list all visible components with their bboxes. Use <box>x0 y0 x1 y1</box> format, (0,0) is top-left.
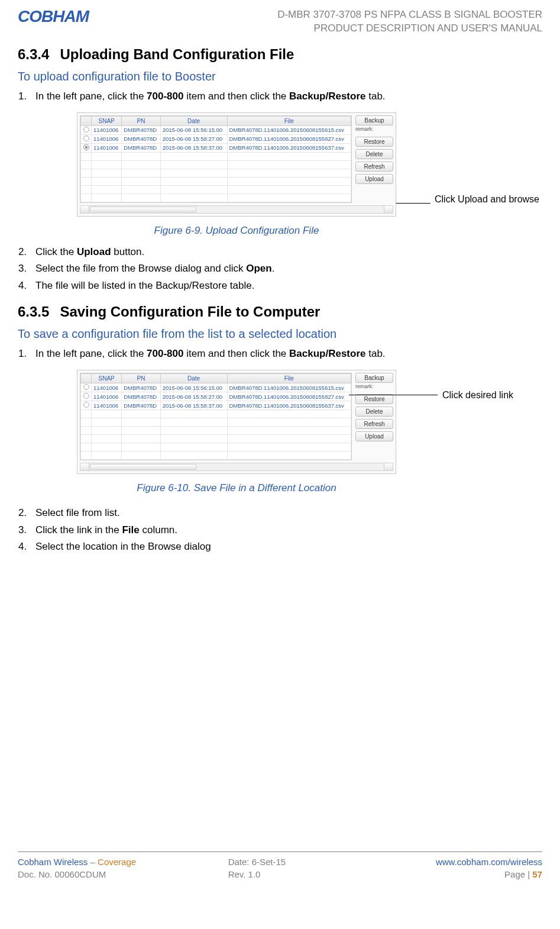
col-date: Date <box>160 374 227 383</box>
backup-table-wrap: SNAP PN Date File 11401006 DMBR4078D <box>80 373 352 460</box>
col-date: Date <box>160 116 227 125</box>
table-row <box>81 169 351 177</box>
footer-brand: Cobham Wireless <box>18 857 88 867</box>
cell-file[interactable]: DMBR4078D.11401006.20150608155827.csv <box>227 134 351 143</box>
row-radio[interactable] <box>81 134 92 143</box>
col-snap: SNAP <box>92 116 122 125</box>
callout-line <box>396 203 430 204</box>
step-text: item and then click the <box>183 348 289 359</box>
cell-pn: DMBR4078D <box>122 383 160 392</box>
footer-page: Page | 57 <box>367 869 542 879</box>
bold-text: Upload <box>77 246 111 257</box>
col-snap: SNAP <box>92 374 122 383</box>
page-number: 57 <box>532 869 542 879</box>
cell-file[interactable]: DMBR4078D.11401006.20150608155615.csv <box>227 383 351 392</box>
col-pn: PN <box>122 116 160 125</box>
row-radio[interactable] <box>81 143 92 152</box>
col-radio <box>81 116 92 125</box>
cell-date: 2015-06-08 15:58:27.00 <box>160 392 227 401</box>
table-row <box>81 410 351 418</box>
h-scrollbar[interactable] <box>80 205 393 214</box>
subheading-save: To save a configuration file from the li… <box>18 327 542 341</box>
heading-number: 6.3.5 <box>18 304 49 320</box>
doc-title-block: D-MBR 3707-3708 PS NFPA CLASS B SIGNAL B… <box>277 7 542 36</box>
table-row[interactable]: 11401006 DMBR4078D 2015-06-08 15:58:27.0… <box>81 134 351 143</box>
backup-button[interactable]: Backup <box>355 115 393 125</box>
callout-line <box>349 395 438 395</box>
figure-caption-6-9: Figure 6-9. Upload Configuration File <box>77 225 396 237</box>
table-row <box>81 451 351 460</box>
figure-caption-6-10: Figure 6-10. Save File in a Different Lo… <box>77 482 396 494</box>
row-radio[interactable] <box>81 383 92 392</box>
bold-text: 700-800 <box>147 348 183 359</box>
cell-file[interactable]: DMBR4078D.11401006.20150608155637.csv <box>227 401 351 410</box>
remark-label: remark: <box>355 127 393 132</box>
bold-text: Backup/Restore <box>289 348 365 359</box>
step-2: Click the Upload button. <box>30 245 542 260</box>
table-row[interactable]: 11401006 DMBR4078D 2015-06-08 15:58:37.0… <box>81 143 351 152</box>
cell-date: 2015-06-08 15:58:37.00 <box>160 143 227 152</box>
row-radio[interactable] <box>81 401 92 410</box>
row-radio[interactable] <box>81 392 92 401</box>
step-4: The file will be listed in the Backup/Re… <box>30 279 542 293</box>
backup-table-wrap: SNAP PN Date File 11401006 DMBR4078D <box>80 115 352 203</box>
table-row[interactable]: 11401006 DMBR4078D 2015-06-08 15:56:15.0… <box>81 125 351 134</box>
table-row <box>81 418 351 427</box>
cell-snap: 11401006 <box>92 125 122 134</box>
step-4: Select the location in the Browse dialog <box>30 540 542 554</box>
cell-date: 2015-06-08 15:58:27.00 <box>160 134 227 143</box>
figure-6-10: SNAP PN Date File 11401006 DMBR4078D <box>77 370 542 494</box>
callout-upload: Click Upload and browse <box>435 193 539 205</box>
cell-file[interactable]: DMBR4078D.11401006.20150608155637.csv <box>227 143 351 152</box>
step-text: tab. <box>365 348 385 359</box>
h-scrollbar[interactable] <box>80 463 393 471</box>
step-text: Click the link in the <box>35 524 122 536</box>
heading-text: Saving Configuration File to Computer <box>60 304 320 320</box>
backup-table: SNAP PN Date File 11401006 DMBR4078D <box>80 373 351 460</box>
remark-label: remark: <box>355 384 393 389</box>
footer-url: www.cobham.com/wireless <box>367 857 542 867</box>
cell-snap: 11401006 <box>92 383 122 392</box>
step-text: column. <box>140 524 177 536</box>
delete-button[interactable]: Delete <box>355 407 393 417</box>
refresh-button[interactable]: Refresh <box>355 419 393 429</box>
figure-6-9: SNAP PN Date File 11401006 DMBR4078D <box>77 112 542 237</box>
row-radio[interactable] <box>81 125 92 134</box>
page-footer: Cobham Wireless – Coverage Date: 6-Set-1… <box>18 851 542 882</box>
bold-text: Backup/Restore <box>289 91 365 102</box>
col-file: File <box>227 374 351 383</box>
step-text: In the left pane, click the <box>35 348 147 359</box>
backup-restore-panel: SNAP PN Date File 11401006 DMBR4078D <box>77 370 396 474</box>
step-1: In the left pane, click the 700-800 item… <box>30 89 542 104</box>
step-text: tab. <box>365 91 385 102</box>
table-row[interactable]: 11401006 DMBR4078D 2015-06-08 15:58:37.0… <box>81 401 351 410</box>
cell-date: 2015-06-08 15:56:15.00 <box>160 125 227 134</box>
logo: COBHAM <box>18 7 89 26</box>
delete-button[interactable]: Delete <box>355 149 393 159</box>
table-row <box>81 435 351 443</box>
table-row[interactable]: 11401006 DMBR4078D 2015-06-08 15:58:27.0… <box>81 392 351 401</box>
restore-button[interactable]: Restore <box>355 394 393 404</box>
table-row <box>81 177 351 185</box>
refresh-button[interactable]: Refresh <box>355 162 393 172</box>
heading-6-3-5: 6.3.5Saving Configuration File to Comput… <box>18 304 542 320</box>
cell-file[interactable]: DMBR4078D.11401006.20150608155615.csv <box>227 125 351 134</box>
table-row <box>81 443 351 451</box>
restore-button[interactable]: Restore <box>355 137 393 147</box>
upload-button[interactable]: Upload <box>355 174 393 184</box>
col-pn: PN <box>122 374 160 383</box>
table-row[interactable]: 11401006 DMBR4078D 2015-06-08 15:56:15.0… <box>81 383 351 392</box>
step-1: In the left pane, click the 700-800 item… <box>30 347 542 362</box>
upload-button[interactable]: Upload <box>355 431 393 441</box>
backup-button[interactable]: Backup <box>355 373 393 383</box>
backup-restore-panel: SNAP PN Date File 11401006 DMBR4078D <box>77 112 396 217</box>
footer-coverage: Coverage <box>98 857 136 867</box>
footer-company: Cobham Wireless – Coverage <box>18 857 193 867</box>
cell-file[interactable]: DMBR4078D.11401006.20150608155827.csv <box>227 392 351 401</box>
col-file: File <box>227 116 351 125</box>
cell-date: 2015-06-08 15:56:15.00 <box>160 383 227 392</box>
bold-text: 700-800 <box>147 91 183 102</box>
table-row <box>81 160 351 169</box>
cell-pn: DMBR4078D <box>122 125 160 134</box>
step-text: Click the <box>35 246 77 257</box>
